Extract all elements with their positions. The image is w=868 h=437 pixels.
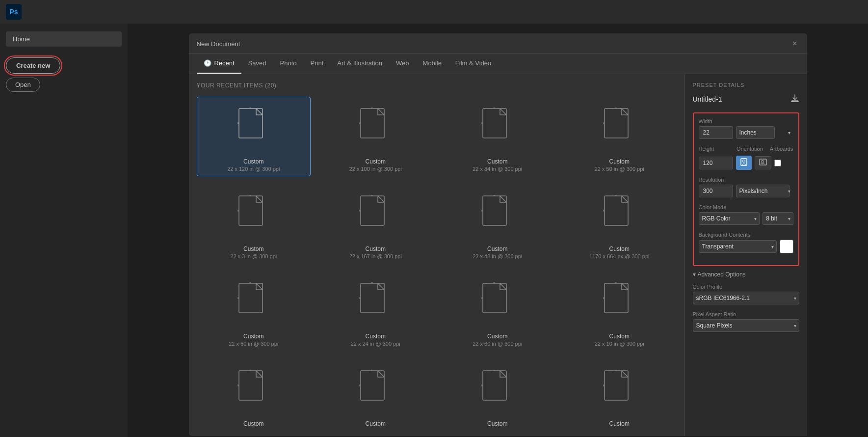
preset-name-row: Untitled-1 bbox=[693, 94, 799, 105]
artboards-label: Artboards bbox=[770, 146, 793, 152]
width-input[interactable] bbox=[699, 126, 733, 139]
bg-select[interactable]: White Black Transparent Background Color… bbox=[699, 240, 777, 253]
width-unit-select[interactable]: Pixels Inches Centimeters Millimeters Po… bbox=[736, 126, 775, 139]
resolution-input[interactable] bbox=[699, 185, 733, 197]
doc-item-6[interactable]: Custom 22 x 48 in @ 300 ppi bbox=[441, 184, 555, 264]
doc-item-3[interactable]: Custom 22 x 50 in @ 300 ppi bbox=[562, 97, 677, 176]
doc-item-14[interactable]: Custom bbox=[441, 359, 555, 432]
doc-size-1: 22 x 100 in @ 300 ppi bbox=[349, 166, 402, 172]
sidebar: Home Create new Open bbox=[0, 24, 128, 437]
doc-size-2: 22 x 84 in @ 300 ppi bbox=[473, 166, 522, 172]
doc-item-2[interactable]: Custom 22 x 84 in @ 300 ppi bbox=[441, 97, 555, 176]
close-button[interactable]: × bbox=[790, 39, 799, 48]
doc-size-11: 22 x 10 in @ 300 ppi bbox=[595, 341, 644, 347]
svg-rect-0 bbox=[239, 109, 263, 138]
main-area: Home Create new Open New Document × 🕐 Re… bbox=[0, 24, 868, 437]
dialog-container: New Document × 🕐 Recent Saved Photo Prin… bbox=[128, 24, 868, 437]
open-button[interactable]: Open bbox=[6, 78, 40, 92]
doc-name-13: Custom bbox=[366, 420, 386, 427]
svg-rect-80 bbox=[791, 101, 799, 102]
tab-recent[interactable]: 🕐 Recent bbox=[197, 54, 241, 74]
doc-item-11[interactable]: Custom 22 x 10 in @ 300 ppi bbox=[562, 272, 677, 351]
doc-size-7: 1170 x 664 px @ 300 ppi bbox=[589, 253, 649, 259]
doc-item-1[interactable]: Custom 22 x 100 in @ 300 ppi bbox=[318, 97, 433, 176]
doc-item-0[interactable]: Custom 22 x 120 in @ 300 ppi bbox=[197, 97, 311, 176]
resolution-unit-select[interactable]: Pixels/Inch Pixels/Centimeter bbox=[736, 185, 789, 197]
width-label: Width bbox=[699, 118, 793, 124]
doc-item-7[interactable]: Custom 1170 x 664 px @ 300 ppi bbox=[562, 184, 677, 264]
doc-icon-12 bbox=[237, 370, 271, 411]
svg-rect-83 bbox=[760, 159, 766, 165]
tab-print[interactable]: Print bbox=[304, 54, 331, 74]
tab-saved[interactable]: Saved bbox=[241, 54, 273, 74]
doc-size-0: 22 x 120 in @ 300 ppi bbox=[227, 166, 280, 172]
svg-rect-75 bbox=[605, 371, 628, 400]
doc-icon-13 bbox=[358, 370, 393, 411]
portrait-button[interactable] bbox=[736, 156, 752, 170]
doc-name-3: Custom bbox=[609, 158, 630, 165]
doc-thumbnail-2 bbox=[468, 101, 527, 155]
doc-thumbnail-3 bbox=[590, 101, 649, 155]
doc-thumbnail-9 bbox=[346, 276, 405, 330]
doc-thumbnail-0 bbox=[224, 101, 283, 155]
bit-depth-wrapper: 8 bit 16 bit 32 bit bbox=[763, 212, 793, 225]
doc-thumbnail-1 bbox=[346, 101, 405, 155]
svg-rect-10 bbox=[483, 109, 506, 138]
resolution-field-row: Pixels/Inch Pixels/Centimeter bbox=[699, 185, 793, 197]
doc-size-5: 22 x 167 in @ 300 ppi bbox=[349, 253, 402, 259]
sidebar-home-btn[interactable]: Home bbox=[6, 31, 122, 47]
advanced-options-toggle[interactable]: ▾ Advanced Options bbox=[693, 271, 799, 278]
tab-web[interactable]: Web bbox=[389, 54, 416, 74]
pixel-ratio-wrapper: Square Pixels D1/DV NTSC (0.91) D1/DV PA… bbox=[693, 319, 799, 332]
tab-mobile[interactable]: Mobile bbox=[416, 54, 448, 74]
doc-item-4[interactable]: Custom 22 x 3 in @ 300 ppi bbox=[197, 184, 311, 264]
orientation-label: Orientation bbox=[736, 146, 763, 152]
svg-point-82 bbox=[742, 160, 745, 163]
svg-rect-25 bbox=[361, 196, 384, 225]
doc-size-9: 22 x 24 in @ 300 ppi bbox=[351, 341, 400, 347]
landscape-button[interactable] bbox=[755, 156, 771, 169]
doc-icon-5 bbox=[358, 195, 393, 237]
create-new-button[interactable]: Create new bbox=[6, 57, 60, 74]
dialog-header: New Document × bbox=[189, 33, 807, 54]
doc-thumbnail-5 bbox=[346, 189, 405, 243]
doc-name-4: Custom bbox=[243, 246, 263, 252]
svg-rect-30 bbox=[483, 196, 506, 225]
width-field-group: Width Pixels Inches Centimeters Millimet… bbox=[699, 118, 793, 139]
items-grid: Custom 22 x 120 in @ 300 ppi bbox=[197, 97, 677, 432]
doc-icon-8 bbox=[237, 282, 271, 324]
doc-icon-7 bbox=[602, 195, 636, 237]
height-input[interactable] bbox=[699, 157, 733, 169]
doc-item-13[interactable]: Custom bbox=[318, 359, 433, 432]
doc-size-3: 22 x 50 in @ 300 ppi bbox=[595, 166, 644, 172]
bit-depth-select[interactable]: 8 bit 16 bit 32 bit bbox=[763, 212, 793, 225]
recent-panel: YOUR RECENT ITEMS (20) bbox=[189, 74, 684, 436]
doc-icon-0 bbox=[237, 108, 271, 149]
tab-art[interactable]: Art & Illustration bbox=[330, 54, 389, 74]
doc-item-12[interactable]: Custom bbox=[197, 359, 311, 432]
doc-icon-3 bbox=[602, 108, 636, 149]
doc-item-15[interactable]: Custom bbox=[562, 359, 677, 432]
tab-film[interactable]: Film & Video bbox=[448, 54, 498, 74]
doc-item-5[interactable]: Custom 22 x 167 in @ 300 ppi bbox=[318, 184, 433, 264]
color-profile-select[interactable]: sRGB IEC61966-2.1 Adobe RGB (1998) ProPh… bbox=[693, 292, 799, 304]
doc-name-2: Custom bbox=[487, 158, 507, 165]
bg-select-wrapper: White Black Transparent Background Color… bbox=[699, 240, 777, 253]
pixel-ratio-select[interactable]: Square Pixels D1/DV NTSC (0.91) D1/DV PA… bbox=[693, 319, 799, 332]
doc-item-9[interactable]: Custom 22 x 24 in @ 300 ppi bbox=[318, 272, 433, 351]
save-icon bbox=[790, 94, 799, 103]
bg-field-group: Background Contents White Black Transpar… bbox=[699, 232, 793, 253]
doc-item-8[interactable]: Custom 22 x 60 in @ 300 ppi bbox=[197, 272, 311, 351]
bg-color-swatch[interactable] bbox=[780, 240, 793, 253]
svg-rect-40 bbox=[239, 283, 263, 313]
resolution-label: Resolution bbox=[699, 177, 793, 183]
svg-rect-15 bbox=[605, 109, 628, 138]
color-mode-select[interactable]: Bitmap Grayscale RGB Color CMYK Color La… bbox=[699, 212, 760, 225]
doc-item-10[interactable]: Custom 22 x 60 in @ 300 ppi bbox=[441, 272, 555, 351]
color-profile-label: Color Profile bbox=[693, 284, 799, 290]
preset-name: Untitled-1 bbox=[693, 95, 722, 103]
artboards-checkbox[interactable] bbox=[774, 160, 781, 166]
tab-photo[interactable]: Photo bbox=[273, 54, 304, 74]
doc-size-8: 22 x 60 in @ 300 ppi bbox=[229, 341, 278, 347]
save-preset-button[interactable] bbox=[790, 94, 799, 105]
